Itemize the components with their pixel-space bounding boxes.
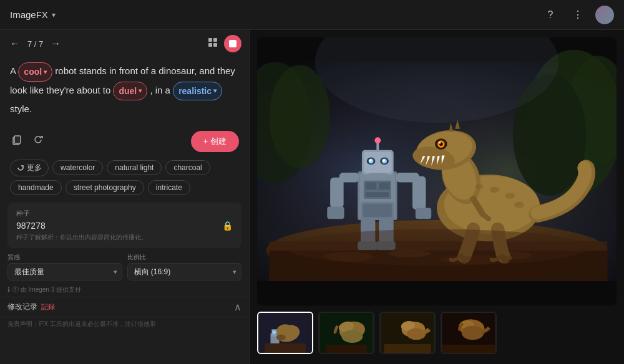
ratio-label: 比例比 [127, 253, 242, 262]
ratio-select-wrapper: 横向 (16:9) [127, 263, 242, 280]
svg-point-72 [475, 184, 484, 189]
realistic-tag-chevron: ▾ [213, 85, 217, 97]
svg-rect-44 [416, 208, 431, 219]
svg-rect-4 [229, 40, 236, 47]
svg-rect-43 [412, 176, 426, 210]
right-panel [250, 30, 624, 364]
history-expand-button[interactable]: ∧ [234, 301, 241, 313]
svg-rect-26 [379, 183, 390, 190]
left-panel: ← 7 / 7 → A [0, 30, 250, 364]
tag-chip-street-photography[interactable]: street photography [66, 180, 144, 195]
lock-icon[interactable]: 🔒 [222, 221, 233, 231]
svg-rect-1 [213, 38, 217, 42]
tags-row: 更多 watercolor natural light charcoal han… [10, 160, 239, 195]
logo-area: ImageFX ▾ [10, 9, 56, 20]
prompt-before-cool: A [10, 65, 16, 76]
more-menu-button[interactable]: ⋮ [568, 5, 588, 25]
svg-rect-3 [213, 43, 217, 47]
svg-rect-84 [265, 343, 306, 353]
svg-rect-29 [363, 204, 392, 217]
imagegen-icon: ℹ [7, 286, 10, 293]
more-tags-button[interactable]: 更多 [10, 160, 49, 176]
cool-tag-chevron: ▾ [44, 66, 47, 78]
quality-select[interactable]: 最佳质量 [7, 263, 122, 280]
svg-point-88 [341, 330, 363, 343]
tag-chip-handmade[interactable]: handmade [10, 180, 62, 195]
tag-chip-watercolor[interactable]: watercolor [52, 160, 103, 175]
image-nav-row: ← 7 / 7 → [0, 30, 249, 57]
duel-tag-pill[interactable]: duel ▾ [113, 82, 147, 101]
single-view-button[interactable] [224, 35, 241, 52]
thumbnail-1[interactable] [257, 312, 313, 354]
history-row: 修改记录 記録 ∧ [0, 297, 249, 317]
prompt-end: style. [10, 103, 32, 114]
svg-rect-41 [327, 207, 344, 219]
imagegen-note: ℹ ① 由 Imegen 3 提供支付 [7, 285, 241, 294]
svg-point-37 [383, 159, 385, 161]
tag-chip-charcoal[interactable]: charcoal [165, 160, 210, 175]
footer-note: 免责声明：iFX 工具的出道未必公最不准，注订借他带 [0, 317, 249, 331]
svg-point-70 [505, 193, 515, 199]
settings-row: 質感 最佳质量 比例比 横向 (16:9) [7, 253, 241, 280]
svg-point-69 [490, 186, 500, 193]
svg-point-71 [514, 202, 524, 208]
thumbnail-2[interactable] [318, 312, 374, 354]
thumbnail-3[interactable] [379, 312, 436, 354]
seed-row: 987278 🔒 [16, 221, 233, 231]
logo-chevron-icon[interactable]: ▾ [52, 11, 56, 19]
refresh-button[interactable] [31, 133, 45, 150]
cool-tag-pill[interactable]: cool ▾ [18, 62, 52, 82]
main-layout: ← 7 / 7 → A [0, 30, 624, 364]
nav-counter: 7 / 7 [27, 39, 43, 49]
avatar[interactable] [595, 6, 614, 24]
nav-forward-button[interactable]: → [48, 37, 63, 50]
svg-rect-38 [369, 173, 387, 178]
svg-rect-2 [208, 43, 212, 47]
history-text: 修改记录 [7, 302, 37, 312]
grid-view-button[interactable] [205, 35, 220, 52]
svg-rect-0 [208, 38, 212, 42]
thumbnail-strip [257, 312, 617, 357]
nav-back-button[interactable]: ← [7, 37, 22, 50]
svg-rect-94 [384, 344, 431, 353]
quality-select-wrapper: 最佳质量 [7, 263, 122, 280]
quality-label: 質感 [7, 253, 122, 262]
svg-rect-27 [366, 192, 389, 197]
svg-point-83 [276, 335, 286, 340]
svg-point-98 [462, 326, 484, 340]
nav-left: ← 7 / 7 → [7, 37, 63, 50]
copy-button[interactable] [10, 133, 24, 150]
seed-value: 987278 [16, 221, 46, 231]
thumbnail-4[interactable] [441, 312, 497, 354]
duel-tag-chevron: ▾ [139, 85, 142, 97]
seed-label: 种子 [16, 209, 233, 218]
svg-point-66 [439, 142, 441, 144]
tag-chip-intricate[interactable]: intricate [148, 180, 190, 195]
seed-note: 种子了解解析：你以出出内容容简化的传播化。 [16, 233, 233, 242]
action-row: + 创建 [0, 126, 249, 157]
ratio-select[interactable]: 横向 (16:9) [127, 263, 242, 280]
svg-point-50 [374, 137, 381, 143]
create-button[interactable]: + 创建 [191, 131, 239, 152]
svg-point-36 [369, 159, 372, 161]
header-actions: ? ⋮ [540, 5, 614, 25]
app-header: ImageFX ▾ ? ⋮ [0, 0, 624, 30]
history-label: 修改记录 記録 [7, 302, 55, 312]
svg-point-80 [272, 330, 276, 334]
svg-rect-6 [14, 136, 21, 143]
nav-right [205, 35, 241, 52]
realistic-tag-pill[interactable]: realistic ▾ [173, 82, 222, 101]
prompt-area: A cool ▾ robot stands in front of a dino… [0, 57, 249, 126]
ratio-setting: 比例比 横向 (16:9) [127, 253, 242, 280]
seed-section: 种子 987278 🔒 种子了解解析：你以出出内容容简化的传播化。 [7, 203, 241, 248]
action-icons [10, 133, 45, 150]
prompt-middle: , in a [150, 85, 170, 95]
svg-point-75 [285, 229, 589, 266]
svg-rect-89 [326, 345, 367, 353]
tag-chip-natural-light[interactable]: natural light [107, 160, 162, 175]
svg-rect-40 [330, 178, 343, 208]
prompt-text: A cool ▾ robot stands in front of a dino… [10, 62, 239, 118]
help-button[interactable]: ? [540, 5, 560, 25]
main-scene-svg [257, 37, 617, 305]
svg-rect-25 [366, 183, 377, 190]
